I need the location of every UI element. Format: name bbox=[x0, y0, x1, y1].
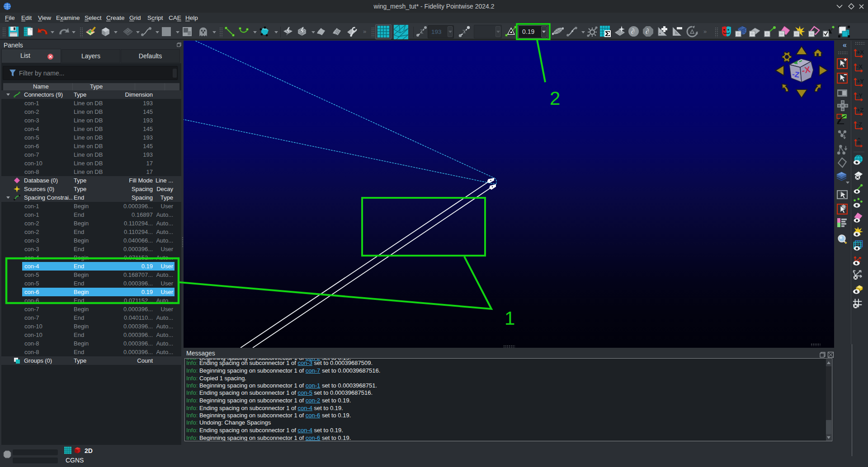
svg-text:+X: +X bbox=[857, 49, 864, 56]
svg-text:-Z: -Z bbox=[857, 121, 862, 128]
svg-text:∂: ∂ bbox=[646, 28, 649, 35]
svg-text:-Y: -Y bbox=[857, 92, 863, 99]
svg-text:+Y: +Y bbox=[857, 78, 864, 84]
svg-text:n: n bbox=[857, 140, 860, 146]
svg-text:-X: -X bbox=[801, 65, 811, 75]
svg-text:∂: ∂ bbox=[631, 28, 635, 35]
svg-text:-X: -X bbox=[857, 63, 863, 70]
svg-text:-Z: -Z bbox=[792, 70, 800, 79]
svg-text:+Z: +Z bbox=[857, 107, 864, 113]
